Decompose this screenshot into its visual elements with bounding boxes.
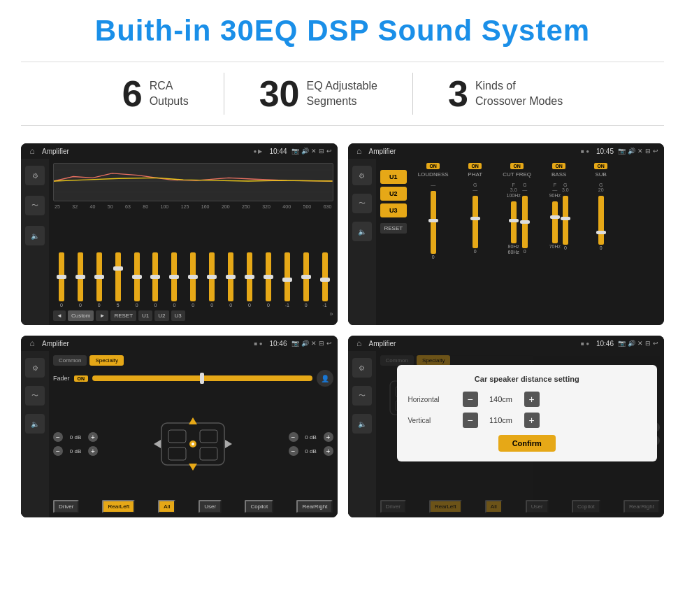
- fader-right-db-val-1: 0 dB: [301, 434, 321, 440]
- cross-phat-on[interactable]: ON: [468, 163, 482, 169]
- eq-speaker-icon[interactable]: 🔈: [25, 226, 45, 245]
- stat-number-crossover: 3: [448, 76, 468, 112]
- cross-cutfreq-on[interactable]: ON: [510, 163, 524, 169]
- eq-filter-icon[interactable]: ⚙: [25, 166, 45, 185]
- fader-sidebar: ⚙ 〜 🔈: [21, 351, 49, 517]
- cross-filter-icon[interactable]: ⚙: [352, 166, 372, 185]
- status-bar-4: ⌂ Amplifier ■ ● 10:46 📷🔊✕⊟↩: [348, 336, 665, 351]
- fader-slider-container: [92, 375, 312, 381]
- fader-slider[interactable]: [92, 375, 312, 381]
- cross-loudness-label: LOUDNESS: [418, 171, 449, 178]
- home-icon-2[interactable]: ⌂: [354, 145, 365, 157]
- fader-right-db-val-2: 0 dB: [301, 448, 321, 454]
- fader-right-plus-2[interactable]: +: [324, 446, 333, 456]
- status-icons-1: 📷🔊✕⊟↩: [291, 148, 332, 155]
- eq-prev-button[interactable]: ◄: [53, 310, 66, 321]
- fader-right-db-row-2: − 0 dB +: [289, 446, 333, 456]
- home-icon-4[interactable]: ⌂: [354, 338, 365, 349]
- dialog-vertical-minus[interactable]: −: [463, 413, 478, 428]
- fader-right-controls: − 0 dB + − 0 dB +: [289, 391, 333, 497]
- cross-channel-phat: ON PHAT G— 0: [456, 163, 494, 321]
- fader-tab-specialty[interactable]: Specialty: [89, 355, 123, 366]
- cross-u2-button[interactable]: U2: [380, 187, 408, 201]
- fader-left-minus-2[interactable]: −: [53, 446, 63, 456]
- screen2-time: 10:45: [596, 148, 614, 155]
- stats-row: 6 RCAOutputs 30 EQ AdjustableSegments 3 …: [21, 62, 664, 126]
- cross-channel-loudness: ON LOUDNESS — 0: [414, 163, 452, 321]
- stat-label-rca: RCAOutputs: [150, 78, 189, 110]
- cross-channel-sub: ON SUB G20 0: [582, 163, 620, 321]
- home-icon-1[interactable]: ⌂: [27, 145, 38, 157]
- home-icon-3[interactable]: ⌂: [27, 338, 38, 349]
- dist-main-area: Common Specialty: [376, 351, 665, 517]
- cross-sub-label: SUB: [595, 171, 606, 178]
- eq-reset-button[interactable]: RESET: [110, 310, 136, 321]
- fader-left-plus-1[interactable]: +: [88, 432, 98, 442]
- dialog-horizontal-plus[interactable]: +: [524, 392, 540, 407]
- cross-reset-button[interactable]: RESET: [380, 223, 408, 234]
- dialog-horizontal-value: 140cm: [484, 395, 519, 403]
- screen3-title: Amplifier: [42, 340, 250, 348]
- eq-u3-button[interactable]: U3: [171, 310, 185, 321]
- fader-person-icon[interactable]: 👤: [317, 370, 333, 387]
- status-icons-3: 📷🔊✕⊟↩: [291, 340, 332, 347]
- fader-filter-icon[interactable]: ⚙: [25, 358, 45, 378]
- fader-right-minus-2[interactable]: −: [289, 446, 298, 456]
- cross-u1-button[interactable]: U1: [380, 170, 408, 184]
- dist-filter-icon[interactable]: ⚙: [352, 358, 372, 378]
- stat-rca: 6 RCAOutputs: [87, 76, 224, 112]
- fader-left-minus-1[interactable]: −: [53, 432, 63, 442]
- svg-rect-5: [200, 430, 217, 443]
- dialog-vertical-plus[interactable]: +: [524, 413, 540, 428]
- dialog-horizontal-minus[interactable]: −: [463, 392, 478, 407]
- cross-u3-button[interactable]: U3: [380, 203, 408, 217]
- cross-bass-on[interactable]: ON: [552, 163, 565, 169]
- eq-u1-button[interactable]: U1: [138, 310, 152, 321]
- fader-user-button[interactable]: User: [199, 500, 222, 513]
- stat-number-eq: 30: [259, 76, 300, 112]
- eq-custom-button[interactable]: Custom: [68, 310, 94, 321]
- cross-channels: ON LOUDNESS — 0: [414, 163, 660, 321]
- dialog-vertical-row: Vertical − 110cm +: [408, 413, 647, 428]
- fader-left-plus-2[interactable]: +: [88, 446, 98, 456]
- fader-right-plus-1[interactable]: +: [324, 432, 333, 442]
- fader-rearleft-button[interactable]: RearLeft: [102, 500, 135, 513]
- dist-bg-tabs: Common Specialty: [380, 355, 661, 366]
- fader-speaker-icon[interactable]: 🔈: [25, 414, 45, 434]
- cross-channel-bass: ON BASS F— 90Hz 70Hz: [540, 163, 578, 321]
- screen-eq: ⌂ Amplifier ● ▶ 10:44 📷🔊✕⊟↩ ⚙ 〜 🔈: [21, 143, 338, 325]
- confirm-button[interactable]: Confirm: [498, 435, 556, 452]
- fader-all-button[interactable]: All: [158, 500, 175, 513]
- fader-right-minus-1[interactable]: −: [289, 432, 298, 442]
- status-icons-4: 📷🔊✕⊟↩: [618, 340, 658, 347]
- cross-speaker-icon[interactable]: 🔈: [352, 222, 372, 241]
- cross-wave-icon[interactable]: 〜: [352, 194, 372, 213]
- svg-marker-11: [189, 464, 197, 471]
- main-title: Buith-in 30EQ DSP Sound System: [21, 14, 664, 48]
- dist-speaker-icon[interactable]: 🔈: [352, 414, 372, 434]
- dist-sidebar: ⚙ 〜 🔈: [348, 351, 376, 517]
- fader-on-badge[interactable]: ON: [74, 375, 89, 382]
- eq-next-button[interactable]: ►: [96, 310, 108, 321]
- fader-tab-common[interactable]: Common: [53, 355, 87, 366]
- fader-driver-button[interactable]: Driver: [53, 500, 79, 513]
- cross-loudness-on[interactable]: ON: [426, 163, 440, 169]
- car-diagram-container: [101, 391, 286, 497]
- screen2-title: Amplifier: [369, 148, 577, 155]
- svg-rect-7: [200, 447, 217, 460]
- status-bar-1: ⌂ Amplifier ● ▶ 10:44 📷🔊✕⊟↩: [21, 143, 338, 159]
- fader-copilot-button[interactable]: Copilot: [245, 500, 273, 513]
- dialog-title: Car speaker distance setting: [408, 375, 647, 383]
- fader-rearright-button[interactable]: RearRight: [296, 500, 333, 513]
- cross-channel-cutfreq: ON CUT FREQ F3.0 100Hz: [498, 163, 536, 321]
- cross-sidebar: ⚙ 〜 🔈: [348, 159, 376, 325]
- eq-expand-icon: »: [329, 310, 333, 321]
- dist-wave-icon[interactable]: 〜: [352, 386, 372, 406]
- svg-marker-10: [189, 417, 197, 424]
- eq-wave-icon[interactable]: 〜: [25, 196, 45, 215]
- cross-sub-on[interactable]: ON: [594, 163, 607, 169]
- fader-wave-icon[interactable]: 〜: [25, 386, 45, 406]
- stat-number-rca: 6: [122, 76, 143, 112]
- eq-u2-button[interactable]: U2: [154, 310, 168, 321]
- screen3-time: 10:46: [269, 340, 287, 348]
